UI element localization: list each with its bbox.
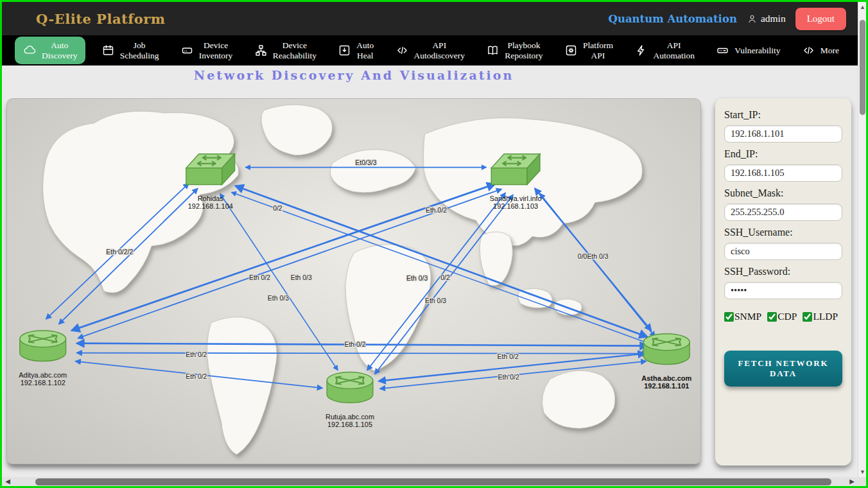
vertical-scrollbar[interactable]: ▲ ▼ (858, 2, 866, 477)
scroll-left-icon[interactable]: ◀ (3, 477, 12, 486)
scrollbar-corner (858, 477, 866, 486)
edge-label: Eth 0/3 (291, 274, 312, 281)
nav-item-auto-discovery[interactable]: AutoDiscovery (15, 37, 85, 64)
server-icon (180, 44, 194, 57)
lldp-checkbox-text: LLDP (813, 311, 838, 322)
edge-label: Et0/3/3 (355, 159, 376, 166)
ssh-password-label: SSH_Password: (724, 266, 842, 277)
nav-item-vulnerability[interactable]: Vulnerability (710, 41, 786, 60)
ssh-username-label: SSH_Username: (724, 227, 842, 238)
edge-label: Eth 0/3 (425, 297, 446, 304)
nav-item-job-scheduling[interactable]: JobScheduling (96, 38, 165, 62)
nav-item-label: APIAutomation (653, 40, 695, 60)
nav-item-label: AutoDiscovery (42, 40, 77, 60)
vertical-scroll-thumb[interactable] (860, 20, 865, 115)
lldp-checkbox-label[interactable]: LLDP (803, 311, 838, 322)
horizontal-scroll-thumb[interactable] (35, 478, 831, 485)
nav-item-label: JobScheduling (120, 40, 159, 60)
nav-item-label: DeviceInventory (199, 40, 232, 60)
scroll-down-icon[interactable]: ▼ (858, 467, 867, 476)
edge-label: Eth 0/2 (498, 374, 519, 381)
scroll-up-icon[interactable]: ▲ (858, 3, 867, 12)
nav-item-label: PlaybookRepository (505, 40, 542, 60)
device-name-label: Rutuja.abc.com (326, 413, 374, 421)
heal-icon (338, 44, 351, 57)
edge-label: Eth 0/2 (249, 274, 270, 281)
edge-label: Eth 0/2 (426, 207, 447, 214)
nav-item-label: More (820, 46, 839, 55)
user-chip: admin (747, 13, 786, 24)
app-logo: Q-Elite Platform (36, 11, 166, 27)
nav-item-auto-heal[interactable]: AutoHeal (332, 38, 379, 62)
device-ip-label: 192.168.1.101 (644, 382, 689, 390)
username: admin (761, 13, 786, 24)
nav-item-api-automation[interactable]: APIAutomation (629, 38, 700, 62)
nav-item-platform-api[interactable]: PlatformAPI (559, 38, 619, 62)
start-ip-label: Start_IP: (724, 109, 842, 121)
drive-icon (716, 44, 729, 57)
bolt-icon (634, 44, 648, 57)
nav-item-label: AutoHeal (356, 40, 374, 60)
subnet-mask-input[interactable] (724, 204, 842, 221)
nav-item-more[interactable]: More (796, 41, 845, 60)
edge-label: Eth 0/2 (498, 353, 519, 360)
header-right: Quantum Automation admin Logout (609, 8, 846, 30)
horizontal-scrollbar[interactable]: ◀ ▶ (2, 477, 858, 486)
page-title: Network Discovery And Visualization (6, 68, 701, 82)
ssh-username-input[interactable] (724, 243, 842, 260)
start-ip-input[interactable] (724, 125, 842, 143)
cdp-checkbox-label[interactable]: CDP (767, 311, 797, 322)
scroll-right-icon[interactable]: ▶ (847, 477, 856, 486)
edge-label: Eth 0/2 (186, 351, 207, 358)
ssh-password-input[interactable] (724, 282, 842, 299)
snmp-checkbox-text: SNMP (734, 311, 761, 322)
end-ip-input[interactable] (724, 164, 842, 182)
nav-item-label: DeviceReachability (273, 40, 317, 60)
brand-title: Quantum Automation (609, 13, 737, 25)
calendar-icon (101, 44, 115, 57)
edge-label: 0/2 (440, 274, 450, 281)
edge-label: Eth 0/3 (268, 295, 289, 302)
device-ip-label: 192.168.1.102 (21, 379, 65, 387)
end-ip-label: End_IP: (724, 148, 842, 160)
device-ip-label: 192.168.1.104 (188, 202, 233, 210)
edge-label: Eth 0/2/2 (106, 248, 133, 256)
platform-icon (564, 44, 578, 57)
nav-item-device-inventory[interactable]: DeviceInventory (175, 38, 238, 62)
edge-label: Eth 0/3 (406, 275, 428, 282)
device-astha[interactable]: Astha.abc.com192.168.1.101 (641, 334, 691, 390)
nav-item-device-reachability[interactable]: DeviceReachability (248, 38, 322, 62)
device-ip-label: 192.168.1.103 (493, 202, 538, 210)
device-name-label: Aditya.abc.com (19, 371, 67, 379)
nav-item-label: PlatformAPI (583, 40, 613, 60)
edge-label: Eth 0/2 (186, 373, 207, 380)
cdp-checkbox-text: CDP (777, 311, 797, 322)
protocol-checkbox-row: SNMPCDPLLDP (724, 311, 842, 322)
topology-link (540, 193, 655, 336)
snmp-checkbox-label[interactable]: SNMP (724, 311, 761, 322)
device-rutuja[interactable]: Rutuja.abc.com192.168.1.105 (326, 372, 374, 429)
edge-label: 0/0Eth 0/3 (578, 253, 609, 260)
topology-link (77, 353, 648, 354)
lldp-checkbox[interactable] (803, 312, 812, 322)
subnet-mask-label: Subnet_Mask: (724, 187, 842, 199)
cdp-checkbox[interactable] (767, 312, 777, 322)
nav-item-label: APIAutodiscovery (414, 40, 465, 60)
book-icon (486, 44, 499, 57)
user-icon (747, 13, 758, 24)
app-root: Q-Elite Platform Quantum Automation admi… (0, 0, 868, 488)
snmp-checkbox[interactable] (724, 312, 734, 322)
device-name-label: Sandhya.virl.info (490, 195, 542, 202)
nav-item-playbook-repository[interactable]: PlaybookRepository (480, 38, 548, 62)
device-ip-label: 192.168.1.105 (327, 421, 372, 428)
edge-label: 0/2 (273, 205, 282, 212)
device-aditya[interactable]: Aditya.abc.com192.168.1.102 (19, 331, 67, 387)
nav-bar: AutoDiscoveryJobSchedulingDeviceInventor… (2, 35, 858, 65)
nav-item-label: Vulnerability (734, 46, 780, 55)
nav-item-api-autodiscovery[interactable]: APIAutodiscovery (390, 38, 471, 62)
topology-canvas[interactable]: Et0/3/30/2Eth 0/2Eth 0/2/2Eth 0/2Eth 0/3… (7, 99, 700, 464)
code-icon (802, 44, 815, 57)
logout-button[interactable]: Logout (795, 8, 846, 30)
code-icon (395, 44, 409, 57)
fetch-network-data-button[interactable]: FETCH NETWORK DATA (724, 351, 842, 387)
